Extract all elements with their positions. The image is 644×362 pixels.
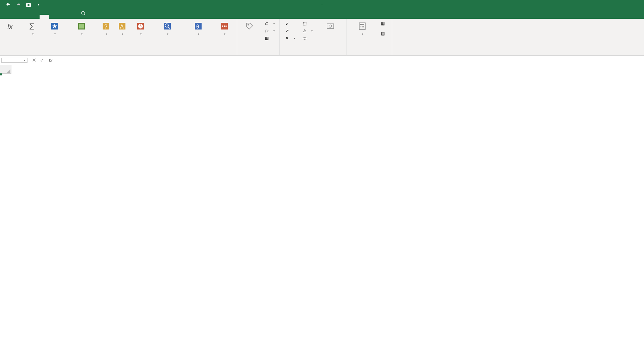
svg-point-3 (82, 11, 85, 14)
svg-rect-9 (79, 24, 84, 28)
accept-formula-button: ✓ (38, 57, 46, 64)
trace-dependents-button[interactable]: ↗ (283, 27, 297, 34)
insert-function-button[interactable]: fx (2, 19, 21, 34)
tab-view[interactable] (68, 15, 77, 19)
calc-icon (357, 21, 368, 32)
selection-indicator (0, 74, 1, 75)
formula-input[interactable] (54, 58, 644, 63)
svg-point-34 (363, 26, 364, 27)
calc-now-icon: ▦ (380, 21, 385, 26)
calc-options-button[interactable]: ▾ (348, 19, 376, 37)
lookup-button[interactable]: ▾ (152, 19, 182, 37)
financial-button[interactable]: ▾ (66, 19, 97, 37)
quick-access-toolbar: ▾ (0, 1, 42, 8)
create-from-sel-button[interactable]: ▦ (263, 35, 276, 42)
undo-button[interactable] (5, 1, 12, 8)
autosum-button[interactable]: Σ ▾ (22, 19, 43, 37)
title-bar: ▾ - (0, 0, 644, 9)
more-icon (219, 21, 230, 32)
theta-icon: θ (193, 21, 204, 32)
spreadsheet-grid[interactable] (0, 65, 644, 74)
calc-sheet-button[interactable]: ▤ (379, 30, 388, 37)
svg-rect-31 (360, 24, 364, 25)
select-all-corner[interactable] (0, 65, 11, 74)
tag-icon: 🏷 (264, 21, 269, 26)
logical-button[interactable]: ? ▾ (98, 19, 114, 37)
ribbon-tabs (0, 9, 644, 19)
arrow-out-icon: ↗ (284, 28, 290, 34)
svg-point-29 (329, 25, 332, 27)
tab-home[interactable] (11, 15, 21, 19)
qat-dropdown[interactable]: ▾ (35, 1, 42, 8)
define-name-button[interactable]: 🏷▾ (263, 20, 276, 27)
chevron-down-icon: ▾ (24, 59, 25, 62)
svg-point-32 (361, 26, 362, 27)
show-formulas-button[interactable]: ⬚ (301, 20, 314, 27)
redo-button[interactable] (15, 1, 22, 8)
name-box[interactable]: ▾ (1, 58, 28, 63)
separator: - (321, 2, 323, 7)
recent-button[interactable]: ▾ (44, 19, 65, 37)
tab-file[interactable] (2, 15, 11, 19)
math-button[interactable]: θ ▾ (184, 19, 213, 37)
error-check-button[interactable]: ⚠▾ (301, 27, 314, 34)
remove-icon: ✕ (284, 36, 290, 41)
use-in-formula-button: ƒx▾ (263, 27, 276, 34)
grid-icon: ▦ (264, 36, 269, 41)
evaluate-button[interactable]: ⬭ (301, 35, 314, 42)
search-icon (81, 11, 86, 17)
trace-precedents-button[interactable]: ↙ (283, 20, 297, 27)
ribbon-group-calc: ▾ ▦ ▤ (346, 19, 392, 55)
svg-point-24 (222, 25, 223, 27)
tab-insert[interactable] (21, 15, 30, 19)
svg-rect-2 (28, 3, 30, 4)
fx-label[interactable]: fx (47, 58, 54, 63)
svg-point-26 (225, 25, 227, 27)
svg-point-27 (248, 24, 249, 25)
fx-icon: ƒx (264, 28, 269, 34)
remove-arrows-button[interactable]: ✕▾ (283, 35, 297, 42)
search-ribbon[interactable] (77, 9, 92, 19)
name-manager-button[interactable] (239, 19, 260, 34)
datetime-button[interactable]: ▾ (130, 19, 151, 37)
window-title: - (319, 2, 325, 7)
watch-window-button[interactable] (317, 19, 344, 34)
svg-text:θ: θ (196, 24, 199, 29)
svg-point-25 (224, 25, 225, 27)
financial-icon (76, 21, 87, 32)
formula-bar: ▾ ✕ ✓ fx (0, 56, 644, 65)
arrow-in-icon: ↙ (284, 21, 290, 26)
svg-text:fx: fx (7, 23, 13, 30)
tab-data[interactable] (49, 15, 58, 19)
svg-point-1 (28, 4, 30, 6)
cancel-formula-button: ✕ (30, 57, 38, 64)
watch-icon (325, 21, 336, 32)
ribbon-group-library: fx Σ ▾ ▾ ▾ ? ▾ A ▾ (0, 19, 237, 55)
svg-point-33 (362, 26, 363, 27)
ribbon-group-names: 🏷▾ ƒx▾ ▦ (237, 19, 280, 55)
sheet-icon: ▤ (380, 31, 385, 36)
svg-text:?: ? (104, 24, 107, 29)
svg-text:Σ: Σ (29, 21, 35, 31)
clock-icon (135, 21, 146, 32)
warning-icon: ⚠ (302, 28, 307, 34)
tab-formulas[interactable] (40, 15, 49, 19)
tag-icon (244, 21, 255, 32)
formula-icon: ⬚ (302, 21, 307, 26)
text-button[interactable]: A ▾ (115, 19, 129, 37)
tab-layout[interactable] (30, 15, 40, 19)
lookup-icon (162, 21, 173, 32)
fx-icon: fx (6, 21, 17, 32)
calc-now-button[interactable]: ▦ (379, 20, 388, 27)
ribbon: fx Σ ▾ ▾ ▾ ? ▾ A ▾ (0, 19, 644, 56)
camera-button[interactable] (25, 1, 32, 8)
logical-icon: ? (101, 21, 111, 32)
sigma-icon: Σ (27, 21, 38, 32)
star-icon (49, 21, 60, 32)
svg-rect-28 (327, 24, 334, 28)
tab-review[interactable] (58, 15, 68, 19)
ribbon-group-audit: ↙ ↗ ✕▾ ⬚ ⚠▾ ⬭ (280, 19, 346, 55)
text-icon: A (117, 21, 127, 32)
more-button[interactable]: ▾ (214, 19, 235, 37)
column-headers (11, 65, 644, 74)
